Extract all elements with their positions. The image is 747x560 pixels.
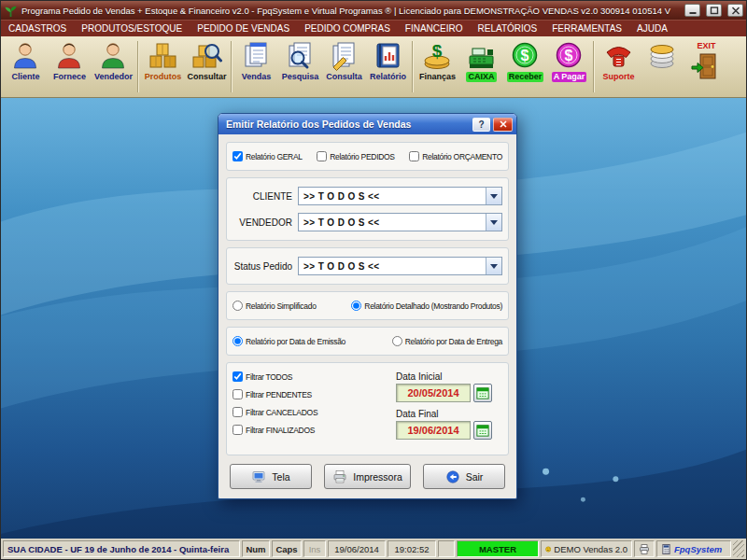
product-boxes-icon bbox=[148, 40, 178, 71]
filtrar-pendentes-checkbox[interactable] bbox=[233, 389, 243, 399]
menu-pedido-compras[interactable]: PEDIDO COMPRAS bbox=[297, 21, 398, 36]
toolbar-item-exit[interactable]: EXIT bbox=[684, 37, 728, 96]
menu-cadastros[interactable]: CADASTROS bbox=[1, 21, 74, 36]
relatorio-pedidos-option[interactable]: Relatório PEDIDOS bbox=[317, 151, 395, 161]
data-inicial-label: Data Inicial bbox=[396, 371, 502, 382]
impressora-button[interactable]: Impressora bbox=[324, 464, 411, 489]
relatorio-geral-checkbox[interactable] bbox=[233, 151, 243, 161]
toolbar-item-receber[interactable]: $ Receber bbox=[503, 37, 547, 96]
status-pedido-dropdown-value: >> T O D O S << bbox=[299, 261, 486, 272]
toolbar-item-vendas[interactable]: Vendas bbox=[234, 37, 278, 96]
menu-financeiro[interactable]: FINANCEIRO bbox=[398, 21, 471, 36]
vendedor-dropdown[interactable]: >> T O D O S << bbox=[298, 213, 502, 231]
svg-text:$: $ bbox=[432, 41, 443, 61]
printer-icon bbox=[639, 543, 650, 555]
toolbar-item-pesquisa[interactable]: Pesquisa bbox=[278, 37, 322, 96]
filters-column: Filtrar TODOS Filtrar PENDENTES Filtrar … bbox=[233, 371, 392, 446]
sair-button[interactable]: Sair bbox=[423, 464, 505, 489]
checkbox-label: Filtrar FINALIZADOS bbox=[246, 426, 315, 435]
filtrar-cancelados-checkbox[interactable] bbox=[233, 407, 243, 417]
status-location: SUA CIDADE - UF 19 de Junho de 2014 - Qu… bbox=[3, 540, 240, 557]
relatorio-orcamento-checkbox[interactable] bbox=[409, 151, 419, 161]
data-entrega-radio[interactable] bbox=[392, 336, 402, 346]
toolbar-item-vendedor[interactable]: Vendedor bbox=[92, 37, 135, 96]
toolbar-separator bbox=[137, 41, 139, 92]
report-book-icon bbox=[373, 40, 403, 71]
dialog-help-button[interactable]: ? bbox=[472, 118, 490, 132]
vendedor-dropdown-button[interactable] bbox=[486, 214, 501, 231]
cliente-dropdown[interactable]: >> T O D O S << bbox=[298, 187, 502, 205]
toolbar-item-suporte[interactable]: Suporte bbox=[597, 37, 641, 96]
data-final-calendar-button[interactable] bbox=[473, 421, 492, 440]
report-dialog-titlebar[interactable]: Emitir Relatório dos Pedidos de Vendas ? bbox=[218, 114, 516, 134]
status-time: 19:02:52 bbox=[388, 540, 436, 557]
receive-coin-icon: $ bbox=[510, 40, 541, 71]
checkbox-label: Relatório PEDIDOS bbox=[330, 152, 395, 161]
toolbar-item-consultar[interactable]: Consultar bbox=[185, 37, 229, 96]
toolbar-item-a-pagar[interactable]: $ A Pagar bbox=[547, 37, 591, 96]
toolbar-item-cliente[interactable]: Cliente bbox=[4, 37, 48, 96]
resize-grip[interactable] bbox=[733, 540, 744, 557]
toolbar-item-moedas[interactable] bbox=[641, 37, 684, 96]
coins-stack-icon bbox=[647, 40, 678, 71]
toolbar-item-label: Cliente bbox=[9, 72, 41, 82]
data-inicial-calendar-button[interactable] bbox=[473, 384, 492, 402]
toolbar-item-label: Pesquisa bbox=[280, 72, 321, 82]
status-user-badge: MASTER bbox=[457, 540, 539, 557]
data-emissao-radio[interactable] bbox=[233, 336, 243, 346]
filtrar-todos-option[interactable]: Filtrar TODOS bbox=[233, 371, 392, 382]
relatorio-detalhado-option[interactable]: Relatório Detalhado (Mostrando Produtos) bbox=[351, 301, 502, 311]
exit-door-icon bbox=[691, 51, 722, 82]
tela-button[interactable]: Tela bbox=[230, 464, 312, 489]
data-final-field[interactable]: 19/06/2014 bbox=[396, 421, 471, 440]
radio-label: Relatório por Data de Emissão bbox=[246, 337, 345, 346]
pay-coin-icon: $ bbox=[554, 40, 585, 71]
chevron-down-icon bbox=[490, 264, 498, 269]
menu-relatorios[interactable]: RELATÓRIOS bbox=[471, 21, 545, 36]
button-label: Impressora bbox=[353, 471, 402, 483]
menu-bar: CADASTROS PRODUTOS/ESTOQUE PEDIDO DE VEN… bbox=[1, 20, 746, 36]
relatorio-geral-option[interactable]: Relatório GERAL bbox=[233, 151, 303, 161]
toolbar-item-financas[interactable]: $ Finanças bbox=[416, 37, 459, 96]
relatorio-detalhado-radio[interactable] bbox=[351, 301, 361, 311]
data-final-label: Data Final bbox=[396, 409, 502, 419]
status-printer-segment[interactable] bbox=[634, 540, 655, 557]
toolbar-item-label: Vendas bbox=[240, 72, 274, 82]
minimize-button[interactable] bbox=[684, 4, 700, 17]
chevron-down-icon bbox=[490, 194, 498, 199]
toolbar-item-produtos[interactable]: Produtos bbox=[141, 37, 185, 96]
relatorio-simplificado-option[interactable]: Relatório Simplificado bbox=[233, 301, 317, 311]
supplier-person-icon bbox=[54, 40, 85, 71]
dialog-close-button[interactable] bbox=[493, 118, 513, 132]
filtrar-finalizados-option[interactable]: Filtrar FINALIZADOS bbox=[233, 425, 392, 435]
status-pedido-group: Status Pedido >> T O D O S << bbox=[226, 247, 509, 285]
menu-ajuda[interactable]: AJUDA bbox=[629, 21, 675, 36]
close-button[interactable] bbox=[727, 4, 743, 17]
status-pedido-dropdown[interactable]: >> T O D O S << bbox=[298, 257, 502, 275]
status-pedido-dropdown-button[interactable] bbox=[486, 258, 501, 274]
relatorio-simplificado-radio[interactable] bbox=[233, 301, 243, 311]
toolbar-item-relatorio[interactable]: Relatório bbox=[366, 37, 410, 96]
checkbox-label: Filtrar TODOS bbox=[246, 372, 292, 382]
toolbar-item-caixa[interactable]: CAIXA bbox=[459, 37, 503, 96]
status-num: Num bbox=[242, 540, 270, 557]
data-emissao-option[interactable]: Relatório por Data de Emissão bbox=[233, 336, 345, 346]
cliente-dropdown-button[interactable] bbox=[486, 188, 501, 204]
data-inicial-field[interactable]: 20/05/2014 bbox=[396, 384, 471, 402]
toolbar-item-fornece[interactable]: Fornece bbox=[48, 37, 92, 96]
menu-produtos-estoque[interactable]: PRODUTOS/ESTOQUE bbox=[74, 21, 190, 36]
menu-ferramentas[interactable]: FERRAMENTAS bbox=[544, 21, 629, 36]
filtrar-pendentes-option[interactable]: Filtrar PENDENTES bbox=[233, 389, 392, 399]
window-titlebar[interactable]: Programa Pedido de Vendas + Estoque & Fi… bbox=[1, 1, 746, 20]
filtrar-finalizados-checkbox[interactable] bbox=[233, 425, 243, 435]
data-entrega-option[interactable]: Relatório por Data de Entrega bbox=[392, 336, 502, 346]
relatorio-pedidos-checkbox[interactable] bbox=[317, 151, 327, 161]
maximize-button[interactable] bbox=[706, 4, 722, 17]
menu-pedido-de-vendas[interactable]: PEDIDO DE VENDAS bbox=[190, 21, 297, 36]
relatorio-orcamento-option[interactable]: Relatório ORÇAMENTO bbox=[409, 151, 502, 161]
toolbar-item-consulta[interactable]: Consulta bbox=[322, 37, 366, 96]
cliente-vendedor-group: CLIENTE >> T O D O S << VENDEDOR >> T O … bbox=[226, 177, 509, 241]
filtrar-cancelados-option[interactable]: Filtrar CANCELADOS bbox=[233, 407, 392, 417]
status-product: DEMO Vendas 2.0 bbox=[541, 540, 632, 557]
filtrar-todos-checkbox[interactable] bbox=[233, 371, 243, 382]
